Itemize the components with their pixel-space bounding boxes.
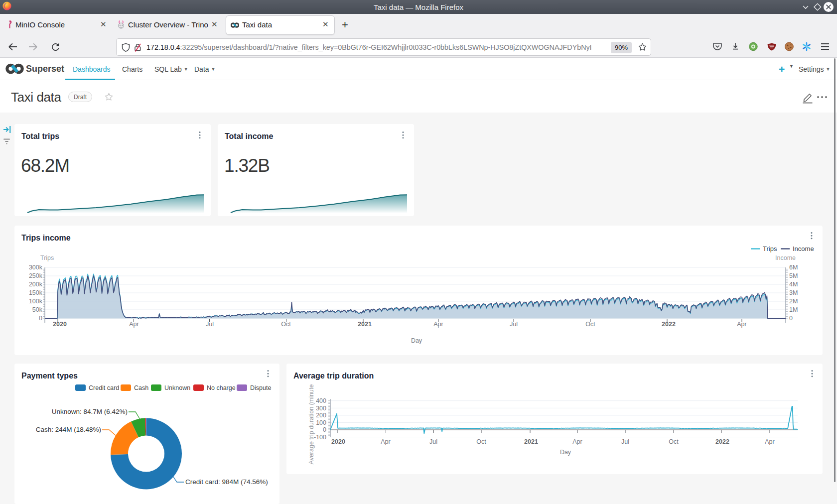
svg-text:1M: 1M: [789, 306, 798, 313]
svg-text:4M: 4M: [789, 281, 798, 288]
svg-text:5M: 5M: [789, 272, 798, 279]
svg-text:Cash: 244M (18.48%): Cash: 244M (18.48%): [36, 426, 101, 433]
svg-text:Apr: Apr: [737, 321, 746, 328]
svg-text:Average trip duration (minute: Average trip duration (minute: [308, 384, 315, 464]
svg-text:2021: 2021: [524, 438, 538, 445]
svg-text:Day: Day: [560, 449, 571, 456]
svg-text:6M: 6M: [789, 264, 798, 271]
svg-text:2020: 2020: [53, 321, 67, 328]
svg-text:-100: -100: [314, 434, 326, 441]
svg-text:Day: Day: [411, 337, 422, 344]
svg-text:Apr: Apr: [129, 321, 139, 328]
svg-text:2020: 2020: [331, 438, 345, 445]
svg-text:Oct: Oct: [281, 321, 291, 328]
svg-text:Jul: Jul: [429, 438, 437, 445]
svg-text:Dispute: Dispute: [250, 384, 271, 391]
svg-text:3M: 3M: [789, 289, 798, 296]
svg-text:Credit card: Credit card: [89, 384, 119, 391]
svg-text:200: 200: [316, 412, 326, 419]
svg-text:Jul: Jul: [206, 321, 214, 328]
svg-text:300k: 300k: [29, 264, 43, 271]
svg-text:Apr: Apr: [765, 438, 774, 445]
svg-text:Income: Income: [775, 254, 796, 261]
svg-text:Unknown: 84.7M (6.42%): Unknown: 84.7M (6.42%): [52, 408, 128, 415]
svg-text:250k: 250k: [29, 272, 43, 279]
svg-text:Cash: Cash: [134, 384, 148, 391]
svg-text:Apr: Apr: [572, 438, 582, 445]
svg-text:2022: 2022: [715, 438, 729, 445]
svg-text:100: 100: [316, 419, 326, 426]
svg-text:Unknown: Unknown: [164, 384, 190, 391]
svg-text:Trips: Trips: [40, 254, 54, 261]
svg-text:No charge: No charge: [207, 384, 236, 391]
svg-text:Oct: Oct: [669, 438, 679, 445]
svg-text:Oct: Oct: [585, 321, 595, 328]
svg-text:Trips: Trips: [763, 245, 777, 252]
svg-text:100k: 100k: [29, 298, 43, 305]
svg-text:0: 0: [323, 426, 326, 433]
svg-text:2021: 2021: [358, 321, 372, 328]
svg-text:200k: 200k: [29, 281, 43, 288]
svg-text:Jul: Jul: [510, 321, 518, 328]
svg-text:Apr: Apr: [433, 321, 443, 328]
svg-text:Income: Income: [793, 245, 814, 252]
svg-text:Oct: Oct: [476, 438, 486, 445]
svg-text:0: 0: [789, 315, 793, 322]
svg-text:Jul: Jul: [621, 438, 629, 445]
svg-text:50k: 50k: [32, 306, 43, 313]
svg-text:2022: 2022: [662, 321, 676, 328]
svg-text:150k: 150k: [29, 289, 43, 296]
svg-text:Apr: Apr: [381, 438, 390, 445]
svg-text:2M: 2M: [789, 298, 798, 305]
svg-text:300: 300: [316, 405, 326, 412]
svg-text:0: 0: [39, 315, 42, 322]
svg-text:Credit card: 984M (74.56%): Credit card: 984M (74.56%): [185, 478, 268, 486]
svg-text:400: 400: [316, 397, 326, 404]
